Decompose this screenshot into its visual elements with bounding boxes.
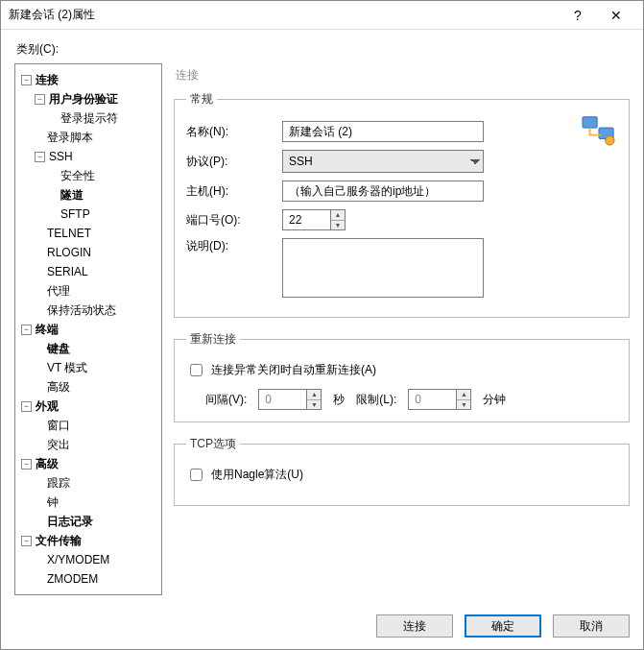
tree-auth[interactable]: 用户身份验证	[49, 89, 118, 108]
auto-reconnect-checkbox[interactable]	[190, 364, 203, 376]
tree-security[interactable]: 安全性	[60, 166, 95, 185]
tree-terminal[interactable]: 终端	[36, 320, 59, 339]
connect-button[interactable]: 连接	[376, 614, 453, 638]
svg-rect-0	[583, 117, 597, 128]
expand-icon[interactable]: −	[35, 94, 45, 105]
tcp-legend: TCP选项	[186, 436, 240, 452]
tree-window[interactable]: 窗口	[47, 416, 70, 435]
limit-input[interactable]	[408, 389, 456, 410]
nagle-checkbox[interactable]	[190, 469, 203, 481]
category-label: 类别(C):	[16, 41, 630, 58]
settings-panel: 连接 常规 名称(N): 协议(P): SSH 主机	[174, 63, 630, 595]
limit-spinner[interactable]: ▲▼	[408, 389, 471, 410]
spin-up-icon[interactable]: ▲	[307, 390, 321, 400]
auto-reconnect-label: 连接异常关闭时自动重新连接(A)	[211, 362, 376, 378]
spin-up-icon[interactable]: ▲	[457, 390, 470, 400]
tree-logging[interactable]: 日志记录	[47, 512, 93, 531]
port-input[interactable]	[282, 209, 330, 230]
expand-icon[interactable]: −	[21, 459, 32, 469]
ok-button[interactable]: 确定	[465, 614, 541, 638]
tree-highlight[interactable]: 突出	[47, 435, 70, 454]
tcp-group: TCP选项 使用Nagle算法(U)	[174, 436, 630, 506]
desc-label: 说明(D):	[186, 238, 273, 254]
section-title: 连接	[174, 63, 630, 91]
interval-unit: 秒	[333, 392, 345, 408]
port-label: 端口号(O):	[186, 212, 273, 229]
host-input[interactable]	[282, 181, 484, 202]
protocol-select[interactable]: SSH	[282, 150, 484, 173]
expand-icon[interactable]: −	[35, 152, 45, 162]
tree-xymodem[interactable]: X/YMODEM	[47, 550, 109, 569]
general-legend: 常规	[186, 91, 217, 108]
reconnect-legend: 重新连接	[186, 331, 240, 348]
reconnect-group: 重新连接 连接异常关闭时自动重新连接(A) 间隔(V): ▲▼ 秒 限制(L):	[174, 331, 630, 422]
category-tree[interactable]: −连接 −用户身份验证 登录提示符 登录脚本 −SSH 安全性 隧道 SFTP	[14, 63, 162, 595]
dialog-footer: 连接 确定 取消	[1, 605, 643, 650]
general-group: 常规 名称(N): 协议(P): SSH 主机(H):	[174, 91, 630, 318]
spin-down-icon[interactable]: ▼	[331, 221, 345, 230]
tree-loginscript[interactable]: 登录脚本	[47, 128, 93, 147]
expand-icon[interactable]: −	[21, 325, 32, 335]
tree-zmodem[interactable]: ZMODEM	[47, 569, 98, 589]
tree-proxy[interactable]: 代理	[47, 281, 70, 301]
tree-connection[interactable]: 连接	[36, 70, 59, 89]
tree-keepalive[interactable]: 保持活动状态	[47, 301, 116, 320]
tree-keyboard[interactable]: 键盘	[47, 339, 70, 358]
nagle-label: 使用Nagle算法(U)	[211, 467, 303, 483]
expand-icon[interactable]: −	[21, 401, 32, 412]
tree-vtmode[interactable]: VT 模式	[47, 358, 87, 377]
expand-icon[interactable]: −	[21, 536, 32, 546]
limit-label: 限制(L):	[356, 392, 396, 408]
tree-rlogin[interactable]: RLOGIN	[47, 243, 91, 262]
tree-filetrans[interactable]: 文件传输	[36, 531, 82, 550]
limit-unit: 分钟	[483, 392, 506, 408]
protocol-label: 协议(P):	[186, 154, 273, 170]
tree-tunnel[interactable]: 隧道	[60, 185, 83, 205]
tree-adv1[interactable]: 高级	[47, 377, 70, 397]
dialog-content: 类别(C): −连接 −用户身份验证 登录提示符 登录脚本 −SSH 安全性 隧…	[1, 30, 643, 605]
cancel-button[interactable]: 取消	[553, 614, 630, 638]
expand-icon[interactable]: −	[21, 75, 32, 85]
window-title: 新建会话 (2)属性	[9, 7, 559, 23]
tree-ssh[interactable]: SSH	[49, 147, 73, 166]
name-label: 名称(N):	[186, 124, 273, 140]
spin-up-icon[interactable]: ▲	[331, 210, 345, 221]
spin-down-icon[interactable]: ▼	[457, 400, 470, 410]
tree-serial[interactable]: SERIAL	[47, 262, 88, 281]
tree-sftp[interactable]: SFTP	[60, 205, 90, 224]
interval-spinner[interactable]: ▲▼	[258, 389, 322, 410]
desc-textarea[interactable]	[282, 238, 484, 298]
tree-bell[interactable]: 钟	[47, 493, 59, 512]
tree-appearance[interactable]: 外观	[36, 397, 59, 416]
help-button[interactable]: ?	[559, 1, 597, 30]
interval-label: 间隔(V):	[205, 392, 247, 408]
spin-down-icon[interactable]: ▼	[307, 400, 321, 410]
tree-telnet[interactable]: TELNET	[47, 224, 91, 243]
host-label: 主机(H):	[186, 183, 273, 200]
svg-point-2	[606, 136, 614, 145]
interval-input[interactable]	[258, 389, 306, 410]
tree-trace[interactable]: 跟踪	[47, 473, 70, 493]
name-input[interactable]	[282, 121, 484, 142]
close-button[interactable]: ✕	[597, 1, 635, 30]
connection-icon	[581, 113, 617, 146]
titlebar: 新建会话 (2)属性 ? ✕	[1, 1, 643, 30]
tree-advanced[interactable]: 高级	[36, 454, 59, 473]
tree-loginprompt[interactable]: 登录提示符	[60, 108, 118, 128]
port-spinner[interactable]: ▲▼	[282, 209, 346, 230]
